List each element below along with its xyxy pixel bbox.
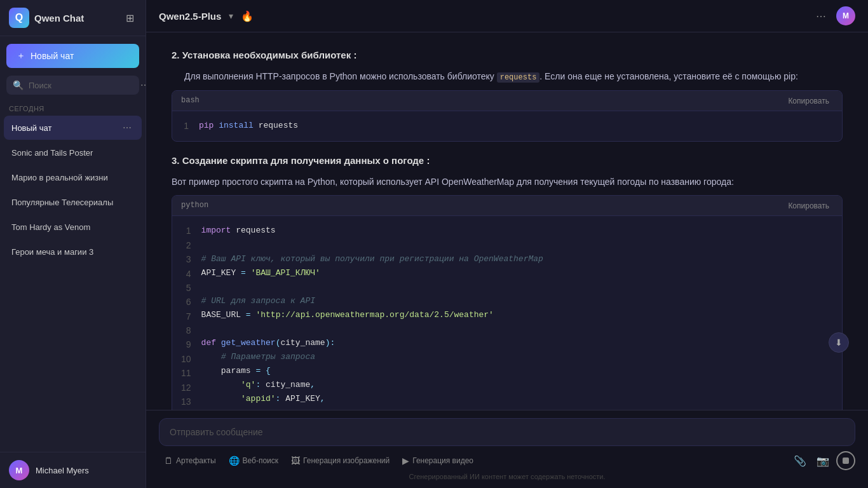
layout-toggle-button[interactable]: ⊞ xyxy=(123,10,137,27)
sidebar-header: Q Qwen Chat ⊞ xyxy=(0,0,146,36)
artifacts-button[interactable]: 🗒 Артефакты xyxy=(159,452,221,469)
image-gen-button[interactable]: 🖼 Генерация изображений xyxy=(286,452,395,469)
chat-content: 2. Установка необходимых библиотек : Для… xyxy=(146,32,868,410)
python-code-header: python Копировать xyxy=(172,196,842,216)
new-chat-label: Новый чат xyxy=(31,51,74,61)
topbar-user-avatar[interactable]: M xyxy=(836,6,855,25)
stop-icon xyxy=(843,458,849,464)
chat-item-label: Марио в реальной жизни xyxy=(11,173,120,182)
input-placeholder: Отправить сообщение xyxy=(170,427,263,437)
step3-header: 3. Создание скрипта для получения данных… xyxy=(172,153,843,168)
step2-cont: . Если она еще не установлена, установит… xyxy=(539,71,798,81)
attach-button[interactable]: 📎 xyxy=(790,451,810,470)
sidebar-item-tv[interactable]: Популярные Телесериалы ⋯ xyxy=(4,190,142,214)
plus-icon: ＋ xyxy=(17,50,25,62)
search-icon: 🔍 xyxy=(13,80,24,90)
sidebar-header-icons: ⊞ xyxy=(123,10,137,27)
sidebar-item-mario[interactable]: Марио в реальной жизни ⋯ xyxy=(4,165,142,189)
main-panel: Qwen2.5-Plus ▾ 🔥 ⋯ M 2. Установка необхо… xyxy=(146,0,868,488)
bash-code-content: 1 pip install requests xyxy=(172,111,842,140)
bash-line-nums: 1 xyxy=(181,119,199,133)
sidebar-item-sonic[interactable]: Sonic and Tails Poster ⋯ xyxy=(4,140,142,165)
topbar-right: ⋯ M xyxy=(812,6,855,25)
step2-bullet-text: Для выполнения HTTP-запросов в Python мо… xyxy=(184,71,497,81)
video-gen-label: Генерация видео xyxy=(412,456,473,465)
sidebar-logo: Q Qwen Chat xyxy=(9,8,84,28)
step2-block: 2. Установка необходимых библиотек : Для… xyxy=(172,48,843,142)
step3-block: 3. Создание скрипта для получения данных… xyxy=(172,153,843,410)
artifacts-icon: 🗒 xyxy=(164,456,173,466)
bash-copy-button[interactable]: Копировать xyxy=(784,95,833,107)
video-gen-icon: ▶ xyxy=(402,456,409,466)
model-dropdown-button[interactable]: ▾ xyxy=(226,10,236,22)
websearch-label: Веб-поиск xyxy=(243,456,279,465)
python-code-content: 1234567891011121314151617 import request… xyxy=(172,216,842,410)
disclaimer-text: Сгенерированный ИИ контент может содержа… xyxy=(159,470,855,483)
python-lang-label: python xyxy=(181,200,208,212)
logo-icon: Q xyxy=(9,8,29,28)
sidebar-item-heroes[interactable]: Герои меча и магии 3 ⋯ xyxy=(4,240,142,264)
sidebar-item-tom[interactable]: Tom Hardy as Venom ⋯ xyxy=(4,215,142,239)
topbar: Qwen2.5-Plus ▾ 🔥 ⋯ M xyxy=(146,0,868,32)
websearch-button[interactable]: 🌐 Веб-поиск xyxy=(224,452,284,469)
chat-item-label: Sonic and Tails Poster xyxy=(11,148,120,158)
requests-inline-code: requests xyxy=(497,72,540,83)
bash-code-header: bash Копировать xyxy=(172,91,842,111)
video-gen-button[interactable]: ▶ Генерация видео xyxy=(397,452,478,469)
message-input-box[interactable]: Отправить сообщение xyxy=(159,418,855,446)
chat-wrapper: 2. Установка необходимых библиотек : Для… xyxy=(146,32,868,410)
python-copy-button[interactable]: Копировать xyxy=(784,200,833,212)
chat-item-options-button[interactable]: ⋯ xyxy=(120,121,134,134)
chat-item-label: Герои меча и магии 3 xyxy=(11,247,120,257)
logo-text: Qwen Chat xyxy=(34,13,84,24)
user-name-label: Michael Myers xyxy=(36,466,89,475)
section-today-label: Сегодня xyxy=(0,100,146,115)
bash-code-text: pip install requests xyxy=(199,119,833,133)
user-avatar: M xyxy=(9,460,29,480)
line-nums: 1234567891011121314151617 xyxy=(181,224,201,410)
image-gen-icon: 🖼 xyxy=(291,456,300,466)
chat-item-label: Tom Hardy as Venom xyxy=(11,222,120,232)
step2-bullet: Для выполнения HTTP-запросов в Python мо… xyxy=(184,69,843,84)
more-options-button[interactable]: ⋯ xyxy=(812,8,830,25)
search-input[interactable] xyxy=(29,81,135,90)
image-gen-label: Генерация изображений xyxy=(303,456,390,465)
sidebar-footer: M Michael Myers xyxy=(0,452,146,488)
sidebar-item-new-chat[interactable]: Новый чат ⋯ xyxy=(4,116,142,140)
bash-lang-label: bash xyxy=(181,95,200,107)
chat-item-label: Популярные Телесериалы xyxy=(11,198,120,207)
sidebar: Q Qwen Chat ⊞ ＋ Новый чат 🔍 ⋯ Сегодня Но… xyxy=(0,0,146,488)
topbar-left: Qwen2.5-Plus ▾ 🔥 xyxy=(159,10,254,22)
model-name: Qwen2.5-Plus xyxy=(159,11,221,22)
scroll-to-bottom-button[interactable]: ⬇ xyxy=(829,332,849,353)
artifacts-label: Артефакты xyxy=(176,456,216,465)
step2-header: 2. Установка необходимых библиотек : xyxy=(172,48,843,63)
chat-item-label: Новый чат xyxy=(11,123,120,133)
input-area: Отправить сообщение 🗒 Артефакты 🌐 Веб-по… xyxy=(146,410,868,488)
input-toolbar: 🗒 Артефакты 🌐 Веб-поиск 🖼 Генерация изоб… xyxy=(159,451,855,470)
camera-button[interactable]: 📷 xyxy=(813,451,832,470)
python-code-text: import requests # Ваш API ключ, который … xyxy=(201,224,833,410)
websearch-icon: 🌐 xyxy=(229,456,240,466)
python-code-block: python Копировать 1234567891011121314151… xyxy=(172,195,843,410)
new-chat-button[interactable]: ＋ Новый чат xyxy=(6,44,139,68)
bash-code-block: bash Копировать 1 pip install requests xyxy=(172,90,843,142)
bash-code-lines: 1 pip install requests xyxy=(181,119,833,133)
chat-list: Сегодня Новый чат ⋯ Sonic and Tails Post… xyxy=(0,100,146,452)
step3-text: Вот пример простого скрипта на Python, к… xyxy=(172,175,843,189)
fire-icon: 🔥 xyxy=(241,10,254,22)
input-right-buttons: 📎 📷 xyxy=(790,451,855,470)
stop-button[interactable] xyxy=(836,451,855,470)
search-bar: 🔍 ⋯ xyxy=(6,76,139,95)
python-code-lines: 1234567891011121314151617 import request… xyxy=(181,224,833,410)
